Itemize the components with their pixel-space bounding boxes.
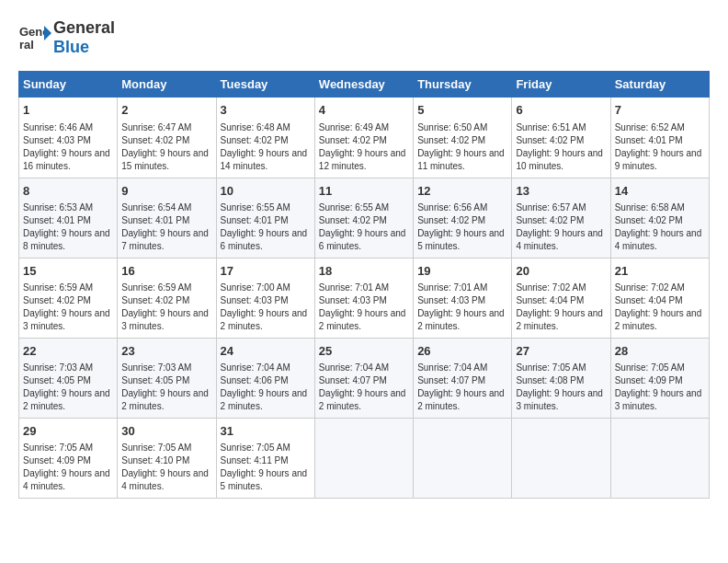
day-cell-23: 23Sunrise: 7:03 AMSunset: 4:05 PMDayligh…: [118, 338, 216, 418]
column-header-thursday: Thursday: [414, 72, 512, 98]
calendar-table: SundayMondayTuesdayWednesdayThursdayFrid…: [18, 71, 710, 499]
day-cell-26: 26Sunrise: 7:04 AMSunset: 4:07 PMDayligh…: [414, 338, 512, 418]
logo-name: General: [53, 18, 115, 38]
svg-text:ral: ral: [19, 38, 34, 52]
empty-cell: [414, 419, 512, 499]
day-cell-20: 20Sunrise: 7:02 AMSunset: 4:04 PMDayligh…: [512, 258, 610, 338]
day-cell-13: 13Sunrise: 6:57 AMSunset: 4:02 PMDayligh…: [512, 178, 610, 258]
day-cell-2: 2Sunrise: 6:47 AMSunset: 4:02 PMDaylight…: [118, 98, 216, 178]
column-header-friday: Friday: [512, 72, 610, 98]
day-cell-15: 15Sunrise: 6:59 AMSunset: 4:02 PMDayligh…: [19, 258, 118, 338]
day-cell-9: 9Sunrise: 6:54 AMSunset: 4:01 PMDaylight…: [118, 178, 216, 258]
day-cell-17: 17Sunrise: 7:00 AMSunset: 4:03 PMDayligh…: [216, 258, 314, 338]
column-header-tuesday: Tuesday: [216, 72, 314, 98]
logo-graphic: Gene ral: [18, 21, 51, 54]
day-cell-30: 30Sunrise: 7:05 AMSunset: 4:10 PMDayligh…: [118, 419, 216, 499]
day-cell-29: 29Sunrise: 7:05 AMSunset: 4:09 PMDayligh…: [19, 419, 118, 499]
logo: Gene ral General Blue: [18, 18, 115, 56]
day-cell-27: 27Sunrise: 7:05 AMSunset: 4:08 PMDayligh…: [512, 338, 610, 418]
day-cell-24: 24Sunrise: 7:04 AMSunset: 4:06 PMDayligh…: [216, 338, 314, 418]
day-cell-14: 14Sunrise: 6:58 AMSunset: 4:02 PMDayligh…: [610, 178, 709, 258]
empty-cell: [314, 419, 413, 499]
day-cell-25: 25Sunrise: 7:04 AMSunset: 4:07 PMDayligh…: [314, 338, 413, 418]
day-cell-6: 6Sunrise: 6:51 AMSunset: 4:02 PMDaylight…: [512, 98, 610, 178]
day-cell-4: 4Sunrise: 6:49 AMSunset: 4:02 PMDaylight…: [314, 98, 413, 178]
day-cell-7: 7Sunrise: 6:52 AMSunset: 4:01 PMDaylight…: [610, 98, 709, 178]
page-header: Gene ral General Blue: [18, 18, 710, 56]
logo-blue: Blue: [53, 38, 115, 57]
column-header-wednesday: Wednesday: [314, 72, 413, 98]
day-cell-18: 18Sunrise: 7:01 AMSunset: 4:03 PMDayligh…: [314, 258, 413, 338]
day-cell-10: 10Sunrise: 6:55 AMSunset: 4:01 PMDayligh…: [216, 178, 314, 258]
column-header-monday: Monday: [118, 72, 216, 98]
day-cell-11: 11Sunrise: 6:55 AMSunset: 4:02 PMDayligh…: [314, 178, 413, 258]
day-cell-1: 1Sunrise: 6:46 AMSunset: 4:03 PMDaylight…: [19, 98, 118, 178]
logo-wrapper: Gene ral General Blue: [18, 18, 115, 56]
day-cell-19: 19Sunrise: 7:01 AMSunset: 4:03 PMDayligh…: [414, 258, 512, 338]
empty-cell: [610, 419, 709, 499]
column-header-saturday: Saturday: [610, 72, 709, 98]
day-cell-21: 21Sunrise: 7:02 AMSunset: 4:04 PMDayligh…: [610, 258, 709, 338]
empty-cell: [512, 419, 610, 499]
day-cell-5: 5Sunrise: 6:50 AMSunset: 4:02 PMDaylight…: [414, 98, 512, 178]
day-cell-16: 16Sunrise: 6:59 AMSunset: 4:02 PMDayligh…: [118, 258, 216, 338]
day-cell-12: 12Sunrise: 6:56 AMSunset: 4:02 PMDayligh…: [414, 178, 512, 258]
day-cell-3: 3Sunrise: 6:48 AMSunset: 4:02 PMDaylight…: [216, 98, 314, 178]
calendar-header-row: SundayMondayTuesdayWednesdayThursdayFrid…: [19, 72, 710, 98]
day-cell-22: 22Sunrise: 7:03 AMSunset: 4:05 PMDayligh…: [19, 338, 118, 418]
day-cell-31: 31Sunrise: 7:05 AMSunset: 4:11 PMDayligh…: [216, 419, 314, 499]
day-cell-28: 28Sunrise: 7:05 AMSunset: 4:09 PMDayligh…: [610, 338, 709, 418]
day-cell-8: 8Sunrise: 6:53 AMSunset: 4:01 PMDaylight…: [19, 178, 118, 258]
column-header-sunday: Sunday: [19, 72, 118, 98]
